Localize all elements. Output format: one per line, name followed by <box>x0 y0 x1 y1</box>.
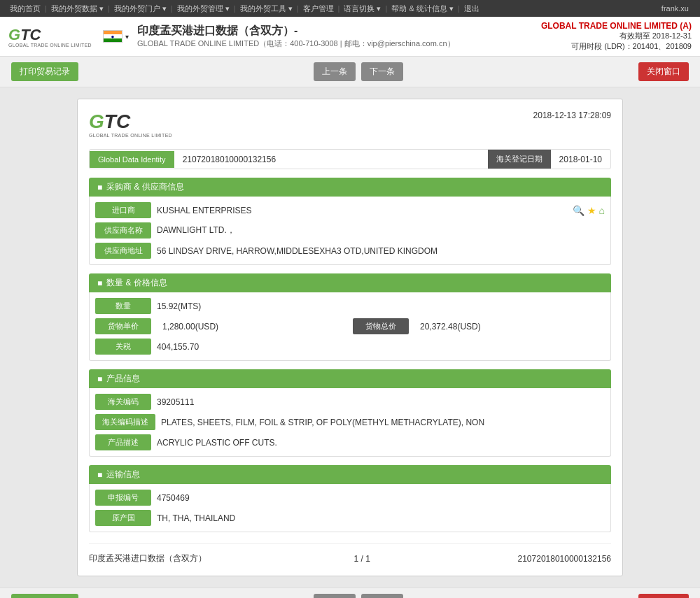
nav-help[interactable]: 帮助 & 统计信息 ▾ <box>387 3 458 14</box>
page-subtitle: GLOBAL TRADE ONLINE LIMITED（电话：400-710-3… <box>137 38 541 49</box>
buyer-supplier-icon: ■ <box>97 183 102 192</box>
declaration-label: 申报编号 <box>95 490 151 506</box>
valid-until: 有效期至 2018-12-31 <box>541 31 692 41</box>
nav-portal[interactable]: 我的外贸门户 ▾ <box>110 3 171 14</box>
nav-logout[interactable]: 退出 <box>460 3 484 14</box>
transport-header: ■ 运输信息 <box>89 465 611 484</box>
quantity-price-title: 数量 & 价格信息 <box>106 277 167 289</box>
importer-icons: 🔍 ★ ⌂ <box>573 205 605 216</box>
supplier-label: 供应商名称 <box>95 222 151 239</box>
product-section: ■ 产品信息 海关编码 39205111 海关编码描述 PLATES, SHEE… <box>89 369 611 457</box>
next-button-top[interactable]: 下一条 <box>361 62 403 81</box>
total-price-label: 货物总价 <box>353 318 409 334</box>
buyer-supplier-body: 进口商 KUSHAL ENTERPRISES 🔍 ★ ⌂ 供应商名称 DAWNL… <box>89 197 611 265</box>
company-name: GLOBAL TRADE ONLINE LIMITED (A) <box>541 21 692 31</box>
available-time: 可用时段 (LDR)：201401、201809 <box>541 41 692 52</box>
product-icon: ■ <box>97 374 102 384</box>
quantity-price-body: 数量 15.92(MTS) 货物单价 1,280.00(USD) 货物总价 20… <box>89 292 611 361</box>
india-flag <box>103 30 122 43</box>
footer-page: 1 / 1 <box>354 554 370 564</box>
product-desc-label: 产品描述 <box>95 434 151 450</box>
transport-body: 申报编号 4750469 原产国 TH, THA, THAILAND <box>89 484 611 532</box>
top-toolbar: 打印贸易记录 上一条 下一条 关闭窗口 <box>0 57 700 87</box>
declaration-row: 申报编号 4750469 <box>95 490 605 506</box>
quantity-price-section: ■ 数量 & 价格信息 数量 15.92(MTS) 货物单价 1,280.00(… <box>89 273 611 361</box>
close-button-top[interactable]: 关闭窗口 <box>638 62 689 81</box>
close-button-bottom[interactable]: 关闭窗口 <box>638 594 689 598</box>
prev-button-top[interactable]: 上一条 <box>314 62 356 81</box>
logo-area: G TC GLOBAL TRADE ONLINE LIMITED <box>8 26 92 48</box>
transport-section: ■ 运输信息 申报编号 4750469 原产国 TH, THA, THAILAN… <box>89 465 611 532</box>
page-header: G TC GLOBAL TRADE ONLINE LIMITED ▾ 印度孟买港… <box>0 17 700 57</box>
buyer-supplier-section: ■ 采购商 & 供应商信息 进口商 KUSHAL ENTERPRISES 🔍 ★… <box>89 178 611 265</box>
card-header: G TC GLOBAL TRADE ONLINE LIMITED 2018-12… <box>89 111 611 138</box>
supplier-addr-row: 供应商地址 56 LINDSAY DRIVE, HARROW,MIDDLESEX… <box>95 243 605 259</box>
quantity-row: 数量 15.92(MTS) <box>95 298 605 314</box>
nav-home[interactable]: 我的首页 <box>6 3 45 14</box>
price-row: 货物单价 1,280.00(USD) 货物总价 20,372.48(USD) <box>95 318 605 334</box>
nav-management[interactable]: 我的外贸管理 ▾ <box>173 3 234 14</box>
record-datetime: 2018-12-13 17:28:09 <box>533 111 611 120</box>
print-button-bottom[interactable]: 打印贸易记录 <box>11 594 78 598</box>
transport-icon: ■ <box>97 470 102 480</box>
supplier-value: DAWNLIGHT LTD.， <box>157 225 605 236</box>
user-display: frank.xu <box>662 4 694 13</box>
quantity-value: 15.92(MTS) <box>157 301 605 311</box>
header-title: 印度孟买港进口数据（含双方）- GLOBAL TRADE ONLINE LIMI… <box>137 24 541 49</box>
header-account-info: GLOBAL TRADE ONLINE LIMITED (A) 有效期至 201… <box>541 21 692 52</box>
supplier-name-row: 供应商名称 DAWNLIGHT LTD.， <box>95 222 605 239</box>
card-footer: 印度孟买港进口数据（含双方） 1 / 1 2107201801000013215… <box>89 543 611 564</box>
prev-button-bottom[interactable]: 上一条 <box>314 594 356 598</box>
origin-row: 原产国 TH, THA, THAILAND <box>95 510 605 526</box>
customs-date-label: 海关登记日期 <box>488 150 551 169</box>
origin-value: TH, THA, THAILAND <box>157 513 605 523</box>
star-icon[interactable]: ★ <box>587 205 596 216</box>
product-body: 海关编码 39205111 海关编码描述 PLATES, SHEETS, FIL… <box>89 388 611 457</box>
importer-value: KUSHAL ENTERPRISES <box>157 206 567 215</box>
footer-record-id: 21072018010000132156 <box>518 554 611 564</box>
nav-data[interactable]: 我的外贸数据 ▾ <box>47 3 108 14</box>
hs-desc-value: PLATES, SHEETS, FILM, FOIL & STRIP, OF P… <box>161 418 605 427</box>
home-icon[interactable]: ⌂ <box>599 205 605 216</box>
origin-label: 原产国 <box>95 510 151 526</box>
identity-row: Global Data Identity 2107201801000013215… <box>89 149 611 169</box>
hs-code-label: 海关编码 <box>95 394 151 410</box>
buyer-supplier-title: 采购商 & 供应商信息 <box>106 181 184 193</box>
print-button-top[interactable]: 打印贸易记录 <box>11 62 78 81</box>
total-price-value: 20,372.48(USD) <box>420 322 605 332</box>
hs-desc-label: 海关编码描述 <box>95 414 155 430</box>
product-header: ■ 产品信息 <box>89 369 611 388</box>
unit-price-label: 货物单价 <box>95 318 151 334</box>
record-card: G TC GLOBAL TRADE ONLINE LIMITED 2018-12… <box>77 99 623 576</box>
nav-language[interactable]: 语言切换 ▾ <box>340 3 385 14</box>
importer-row: 进口商 KUSHAL ENTERPRISES 🔍 ★ ⌂ <box>95 202 605 218</box>
supplier-addr-value: 56 LINDSAY DRIVE, HARROW,MIDDLESEXHA3 OT… <box>157 246 605 256</box>
quantity-label: 数量 <box>95 298 151 314</box>
unit-price-value: 1,280.00(USD) <box>162 322 347 332</box>
tax-value: 404,155.70 <box>157 342 605 352</box>
top-nav: 我的首页 | 我的外贸数据 ▾ | 我的外贸门户 ▾ | 我的外贸管理 ▾ | … <box>0 0 700 17</box>
tax-row: 关税 404,155.70 <box>95 339 605 355</box>
product-desc-row: 产品描述 ACRYLIC PLASTIC OFF CUTS. <box>95 434 605 450</box>
hs-desc-row: 海关编码描述 PLATES, SHEETS, FILM, FOIL & STRI… <box>95 414 605 430</box>
main-content: G TC GLOBAL TRADE ONLINE LIMITED 2018-12… <box>0 87 700 588</box>
search-icon[interactable]: 🔍 <box>573 205 584 216</box>
next-button-bottom[interactable]: 下一条 <box>361 594 403 598</box>
page-title: 印度孟买港进口数据（含双方）- <box>137 24 541 38</box>
hs-code-row: 海关编码 39205111 <box>95 394 605 410</box>
declaration-value: 4750469 <box>157 493 605 503</box>
product-desc-value: ACRYLIC PLASTIC OFF CUTS. <box>157 438 605 448</box>
nav-customers[interactable]: 客户管理 <box>299 3 338 14</box>
product-title: 产品信息 <box>106 373 140 385</box>
global-data-identity-value: 21072018010000132156 <box>174 150 488 169</box>
quantity-price-header: ■ 数量 & 价格信息 <box>89 273 611 292</box>
supplier-addr-label: 供应商地址 <box>95 243 151 259</box>
hs-code-value: 39205111 <box>157 397 605 407</box>
card-logo: G TC GLOBAL TRADE ONLINE LIMITED <box>89 111 172 138</box>
customs-date-value: 2018-01-10 <box>551 150 610 169</box>
bottom-toolbar: 打印贸易记录 上一条 下一条 关闭窗口 <box>0 588 700 598</box>
quantity-price-icon: ■ <box>97 278 102 288</box>
global-data-identity-label: Global Data Identity <box>90 151 174 168</box>
importer-label: 进口商 <box>95 202 151 218</box>
nav-tools[interactable]: 我的外贸工具 ▾ <box>236 3 297 14</box>
